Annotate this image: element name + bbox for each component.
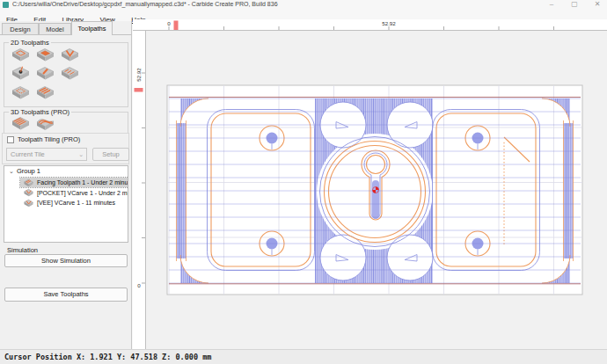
chevron-down-icon: ⌄ — [78, 149, 84, 160]
vcarve-toolpath-icon — [23, 199, 34, 207]
current-tile-value: Current Tile — [11, 150, 45, 158]
group-2d-toolpaths: 2D Toolpaths — [4, 42, 128, 107]
tab-toolpaths[interactable]: Toolpaths — [71, 21, 113, 35]
ruler-corner — [133, 19, 146, 31]
toolpath-tiling-checkbox[interactable] — [7, 136, 14, 143]
title-bar: C:/Users/willa/OneDrive/Desktop/gcpdxf_m… — [0, 0, 607, 10]
show-simulation-button[interactable]: Show Simulation — [4, 254, 128, 267]
engrave-toolpath-icon[interactable] — [58, 66, 81, 84]
current-tile-select[interactable]: Current Tile ⌄ — [6, 148, 87, 161]
origin-marker-icon — [373, 187, 379, 193]
minimize-icon[interactable]: – — [547, 0, 556, 10]
tree-group-row[interactable]: ⌄Group 1 — [9, 167, 40, 175]
tab-model[interactable]: Model — [39, 23, 71, 34]
tree-group-label: Group 1 — [17, 167, 40, 175]
top-ruler-origin-label: 0 — [167, 20, 171, 26]
facing-toolpath-icon[interactable] — [33, 85, 56, 103]
tiling-frame: Toolpath Tiling (PRO) Current Tile ⌄ Set… — [2, 133, 129, 164]
group-3d-title: 3D Toolpaths (PRO) — [9, 108, 71, 116]
finish-3d-toolpath-icon[interactable] — [33, 116, 56, 134]
toolpath-item-vee-vcarve[interactable]: [VEE] VCarve 1 - 11 minutes — [20, 198, 118, 207]
left-ruler-extent-label: 52.92 — [135, 68, 142, 82]
window-controls: – ▢ ✕ — [547, 0, 602, 10]
toolpath-item-label: [POCKET] VCarve 1 - Under 2 minutes — [37, 190, 128, 196]
sidebar: Design Model Toolpaths 2D Toolpaths — [0, 21, 132, 349]
close-icon[interactable]: ✕ — [593, 0, 602, 10]
pocket-toolpath-icon[interactable] — [33, 47, 56, 65]
left-ruler-ticks — [142, 73, 145, 283]
top-ruler: 0 52.92 — [146, 19, 607, 31]
save-toolpaths-button[interactable]: Save Toolpaths — [4, 288, 128, 302]
tab-design[interactable]: Design — [2, 23, 39, 34]
left-ruler-stock-marker — [135, 88, 143, 92]
top-ruler-stock-marker — [174, 21, 179, 31]
design-canvas[interactable] — [146, 31, 607, 349]
toolpath-item-label: Facing Toolpath 1 - Under 2 minutes — [37, 179, 128, 186]
application-window: C:/Users/willa/OneDrive/Desktop/gcpdxf_m… — [0, 0, 607, 364]
top-ruler-ticks — [169, 26, 554, 30]
vcarve-toolpath-icon — [23, 188, 34, 197]
maximize-icon[interactable]: ▢ — [570, 0, 579, 10]
setup-button[interactable]: Setup — [92, 148, 129, 161]
left-ruler-origin-label: 0 — [137, 282, 141, 288]
cursor-position-readout: Cursor Position X: 1.921 Y: 47.518 Z: 0.… — [4, 353, 211, 361]
toolpath-item-label: [VEE] VCarve 1 - 11 minutes — [37, 200, 115, 206]
drill-toolpath-icon[interactable] — [9, 66, 32, 84]
left-ruler: 0 52.92 — [133, 31, 146, 349]
offset-pocket-toolpath-icon[interactable] — [9, 85, 32, 103]
chevron-down-icon: ⌄ — [9, 168, 14, 174]
toolpath-item-facing[interactable]: Facing Toolpath 1 - Under 2 minutes — [20, 178, 128, 187]
toolpath-tiling-label: Toolpath Tiling (PRO) — [18, 135, 80, 143]
toolpath-item-pocket-vcarve[interactable]: [POCKET] VCarve 1 - Under 2 minutes — [20, 188, 128, 198]
group-2d-title: 2D Toolpaths — [9, 39, 51, 47]
window-title: C:/Users/willa/OneDrive/Desktop/gcpdxf_m… — [12, 1, 278, 7]
app-icon — [3, 2, 9, 8]
keyhole-slot-fill — [372, 180, 379, 219]
toolpath-list: ⌄Group 1 Facing Toolpath 1 - Under 2 min… — [4, 165, 128, 243]
advanced-vcarve-toolpath-icon[interactable] — [33, 66, 56, 84]
status-bar: Cursor Position X: 1.921 Y: 47.518 Z: 0.… — [0, 349, 607, 364]
vcarve-toolpath-icon[interactable] — [58, 47, 81, 65]
facing-toolpath-icon — [23, 178, 34, 187]
rough-3d-toolpath-icon[interactable] — [9, 116, 32, 134]
top-ruler-extent-label: 52.92 — [382, 20, 396, 26]
simulation-section-label: Simulation — [7, 246, 38, 254]
contour-toolpath-icon[interactable] — [9, 47, 32, 65]
